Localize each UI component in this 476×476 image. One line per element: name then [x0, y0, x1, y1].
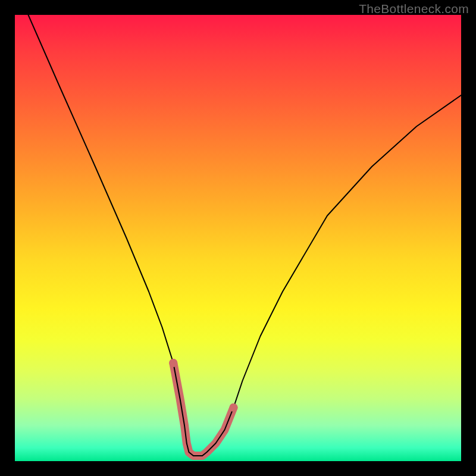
- chart-svg: [15, 15, 461, 461]
- marker-end-right: [230, 403, 238, 412]
- chart-frame: TheBottleneck.com: [0, 0, 476, 476]
- marker-end-left: [169, 359, 177, 367]
- watermark-label: TheBottleneck.com: [359, 2, 469, 16]
- chart-plot-area: [15, 15, 461, 461]
- bottleneck-curve: [29, 15, 462, 456]
